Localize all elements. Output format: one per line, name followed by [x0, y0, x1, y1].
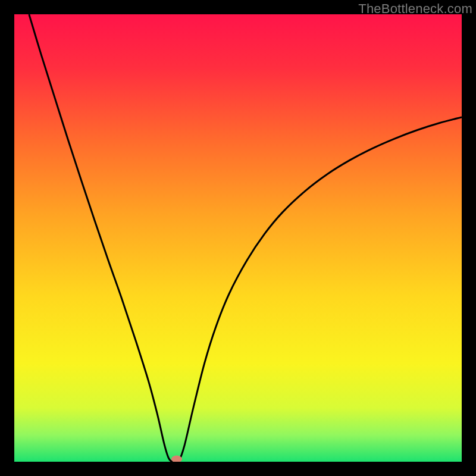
bottleneck-chart [14, 14, 462, 462]
chart-frame [14, 14, 462, 462]
watermark-text: TheBottleneck.com [358, 1, 472, 17]
gradient-background [14, 14, 462, 462]
